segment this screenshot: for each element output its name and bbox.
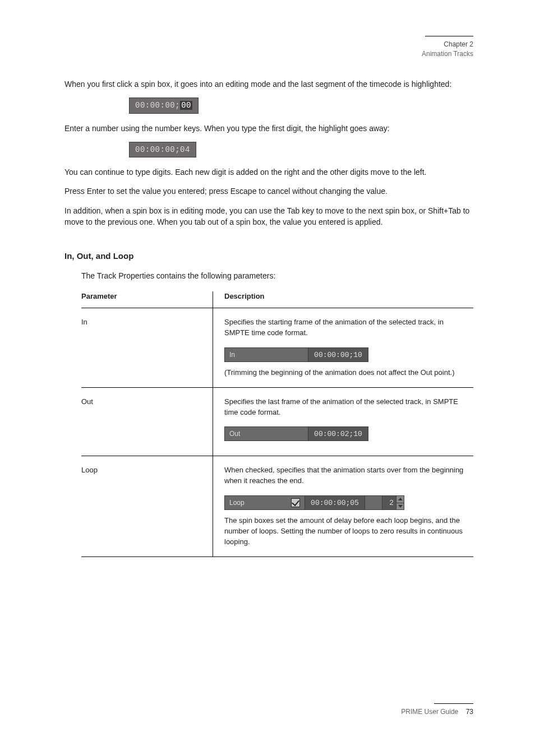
- loop-count-value[interactable]: 2: [382, 496, 396, 509]
- section-heading: In, Out, and Loop: [64, 250, 473, 262]
- body-text: The Track Properties contains the follow…: [81, 270, 473, 281]
- out-timecode-input[interactable]: 00:00:02;10: [308, 427, 368, 440]
- in-field-label: In: [225, 348, 257, 361]
- loop-delay-timecode-input[interactable]: 00:00:00;05: [305, 496, 365, 509]
- param-desc: (Trimming the beginning of the animation…: [224, 368, 468, 378]
- header-chapter: Chapter 2: [422, 40, 473, 49]
- timecode-spinbox-typed[interactable]: 00:00:00;04: [129, 142, 196, 157]
- header-section: Animation Tracks: [422, 49, 473, 59]
- loop-checkbox[interactable]: [291, 498, 300, 507]
- footer-rule: [434, 703, 473, 704]
- param-desc: When checked, specifies that the animati…: [224, 465, 468, 486]
- table-row: In Specifies the starting frame of the a…: [81, 308, 473, 388]
- page-header: Chapter 2 Animation Tracks: [422, 36, 473, 59]
- param-desc: Specifies the last frame of the animatio…: [224, 397, 468, 418]
- body-text: You can continue to type digits. Each ne…: [64, 166, 473, 178]
- timecode-prefix: 00:00:00;: [135, 101, 180, 110]
- param-desc: The spin boxes set the amount of delay b…: [224, 516, 468, 548]
- timecode-highlighted-segment: 00: [180, 101, 192, 110]
- param-name: In: [81, 308, 213, 388]
- out-field-label: Out: [225, 427, 257, 440]
- header-rule: [425, 36, 473, 36]
- body-text: Press Enter to set the value you entered…: [64, 185, 473, 197]
- param-desc: Specifies the starting frame of the anim…: [224, 317, 468, 338]
- spinner-up-icon[interactable]: [396, 496, 404, 503]
- loop-field-label: Loop: [225, 496, 263, 509]
- param-name: Out: [81, 387, 213, 456]
- in-timecode-input[interactable]: 00:00:00;10: [308, 348, 368, 361]
- in-field[interactable]: In 00:00:00;10: [224, 347, 368, 362]
- body-text: In addition, when a spin box is in editi…: [64, 205, 473, 228]
- body-text: Enter a number using the number keys. Wh…: [64, 123, 473, 134]
- body-text: When you first click a spin box, it goes…: [64, 78, 473, 90]
- param-name: Loop: [81, 456, 213, 556]
- loop-count-spinner[interactable]: 2: [382, 496, 404, 509]
- loop-field[interactable]: Loop 00:00:00;05 2: [224, 495, 404, 510]
- table-row: Out Specifies the last frame of the anim…: [81, 387, 473, 456]
- footer-label: PRIME User Guide: [401, 708, 458, 716]
- table-header-parameter: Parameter: [81, 291, 213, 308]
- timecode-spinbox-initial[interactable]: 00:00:00;00: [129, 98, 199, 113]
- parameters-table: Parameter Description In Specifies the s…: [81, 291, 473, 556]
- page-number: 73: [466, 708, 473, 716]
- table-header-description: Description: [213, 291, 474, 308]
- table-row: Loop When checked, specifies that the an…: [81, 456, 473, 556]
- page-footer: PRIME User Guide 73: [401, 703, 473, 717]
- out-field[interactable]: Out 00:00:02;10: [224, 426, 368, 441]
- spinner-down-icon[interactable]: [396, 503, 404, 510]
